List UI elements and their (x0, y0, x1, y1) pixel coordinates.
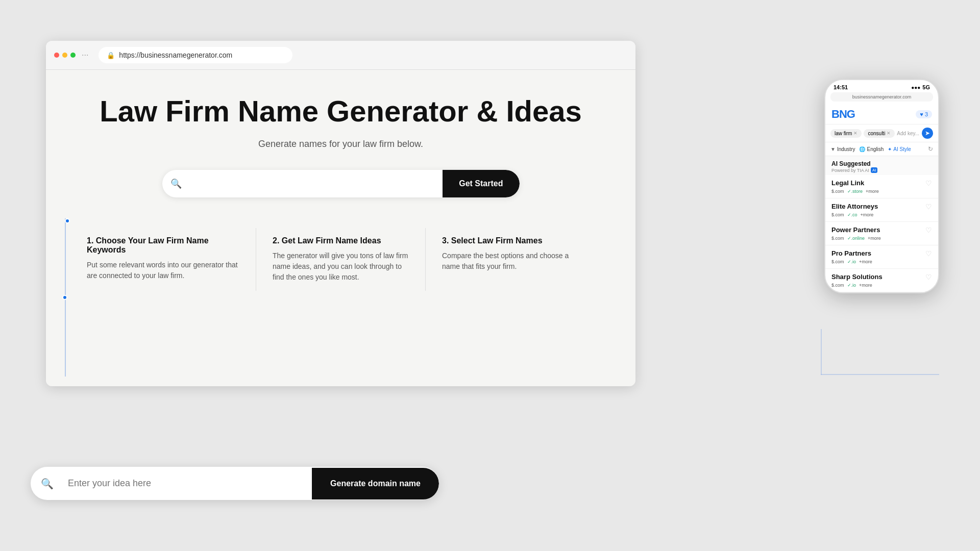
result-item-0: Legal Link$.com✓.store+more♡ (825, 175, 938, 198)
connector-line-h (821, 374, 939, 375)
favorite-icon[interactable]: ♡ (925, 226, 932, 234)
result-name: Pro Partners (831, 249, 872, 257)
phone-app-header: BNG ♥ 3 (825, 105, 938, 124)
phone-mockup: 14:51 ●●● 5G businessnamegenerator.com B… (824, 79, 939, 293)
bottom-search-bar: 🔍 Generate domain name (31, 467, 439, 500)
domain-label[interactable]: $.com (831, 283, 844, 288)
results-list: Legal Link$.com✓.store+more♡Elite Attorn… (825, 175, 938, 292)
favorite-icon[interactable]: ♡ (925, 179, 932, 187)
remove-keyword-lawfirm[interactable]: ✕ (853, 131, 857, 136)
refresh-results-icon[interactable]: ↻ (928, 145, 933, 153)
close-window-button[interactable] (54, 53, 59, 58)
result-item-4: Sharp Solutions$.com✓.io+more♡ (825, 269, 938, 292)
submit-keywords-button[interactable]: ➤ (922, 128, 933, 139)
add-keyword-input[interactable]: Add key... (897, 131, 919, 136)
result-domains: $.com✓.online+more (831, 236, 881, 241)
bng-logo: BNG (831, 108, 855, 121)
result-info: Sharp Solutions$.com✓.io+more (831, 273, 883, 288)
globe-icon: 🌐 (859, 146, 865, 152)
heart-icon: ♥ (920, 111, 923, 117)
phone-status-bar: 14:51 ●●● 5G (825, 80, 938, 92)
step-2-desc: The generator will give you tons of law … (273, 251, 409, 283)
result-info: Power Partners$.com✓.online+more (831, 226, 881, 241)
domain-label[interactable]: +more (866, 189, 879, 194)
domain-label[interactable]: +more (859, 259, 872, 264)
step-1-desc: Put some relevant words into our generat… (87, 260, 239, 281)
filter-icon: ▼ (830, 146, 836, 152)
remove-keyword-consulti[interactable]: ✕ (887, 131, 891, 136)
result-name: Power Partners (831, 226, 881, 234)
page-subtitle: Generate names for your law firm below. (87, 139, 595, 149)
domain-label[interactable]: ✓.store (847, 189, 863, 194)
domain-label[interactable]: ✓.online (847, 236, 865, 241)
keyword-search-input[interactable] (190, 170, 443, 197)
selection-handle-tl[interactable] (65, 218, 70, 223)
ai-suggested-title: AI Suggested (831, 160, 932, 167)
domain-label[interactable]: $.com (831, 259, 844, 264)
steps-section: 1. Choose Your Law Firm Name Keywords Pu… (87, 228, 595, 291)
phone-keywords-row: law firm ✕ consulti ✕ Add key... ➤ (825, 124, 938, 142)
ai-suggested-section: AI Suggested Powered by TIA AI AI (825, 156, 938, 175)
browser-topbar: ··· 🔒 https://businessnamegenerator.com (46, 41, 635, 70)
bottom-search-icon: 🔍 (31, 478, 64, 490)
favorites-badge[interactable]: ♥ 3 (916, 110, 932, 118)
domain-label[interactable]: +more (868, 236, 881, 241)
step-3: 3. Select Law Firm Names Compare the bes… (426, 228, 595, 291)
domain-label[interactable]: +more (861, 212, 874, 217)
filter-ai-style[interactable]: ✦ AI Style (888, 146, 911, 152)
ai-icon: ✦ (888, 146, 892, 152)
step-3-title: 3. Select Law Firm Names (442, 236, 578, 245)
browser-url: https://businessnamegenerator.com (119, 51, 232, 59)
domain-label[interactable]: $.com (831, 212, 844, 217)
phone-signal: ●●● 5G (911, 84, 930, 90)
tia-ai-icon: AI (871, 167, 878, 173)
get-started-button[interactable]: Get Started (443, 170, 519, 197)
domain-search-input[interactable] (64, 467, 312, 500)
favorite-icon[interactable]: ♡ (925, 273, 932, 281)
browser-content: Law Firm Name Generator & Ideas Generate… (46, 70, 635, 386)
favorite-icon[interactable]: ♡ (925, 249, 932, 258)
search-icon: 🔍 (162, 178, 190, 189)
filter-language[interactable]: 🌐 English (859, 146, 884, 152)
result-name: Elite Attorneys (831, 203, 878, 210)
result-name: Sharp Solutions (831, 273, 883, 281)
result-domains: $.com✓.io+more (831, 283, 883, 288)
phone-filters-row: ▼ Industry 🌐 English ✦ AI Style ↻ (825, 142, 938, 156)
browser-more-icon: ··· (82, 51, 88, 60)
step-2: 2. Get Law Firm Name Ideas The generator… (256, 228, 425, 291)
result-name: Legal Link (831, 179, 879, 187)
selection-handle-ml[interactable] (62, 295, 67, 300)
browser-window: ··· 🔒 https://businessnamegenerator.com … (46, 41, 635, 386)
domain-label[interactable]: ✓.co (847, 212, 857, 217)
result-info: Pro Partners$.com✓.io+more (831, 249, 872, 264)
browser-window-controls (54, 53, 76, 58)
phone-url: businessnamegenerator.com (852, 94, 912, 99)
result-domains: $.com✓.co+more (831, 212, 878, 217)
step-3-desc: Compare the best options and choose a na… (442, 251, 578, 272)
keyword-tag-consulti[interactable]: consulti ✕ (864, 129, 895, 138)
step-2-title: 2. Get Law Firm Name Ideas (273, 236, 409, 245)
step-1: 1. Choose Your Law Firm Name Keywords Pu… (87, 228, 256, 291)
ai-powered-label: Powered by TIA AI AI (831, 167, 932, 173)
domain-label[interactable]: ✓.io (847, 283, 856, 288)
generate-domain-button[interactable]: Generate domain name (312, 468, 439, 499)
lock-icon: 🔒 (107, 52, 115, 59)
filter-industry[interactable]: ▼ Industry (830, 146, 855, 152)
favorite-icon[interactable]: ♡ (925, 203, 932, 211)
minimize-window-button[interactable] (62, 53, 67, 58)
maximize-window-button[interactable] (70, 53, 76, 58)
phone-url-bar[interactable]: businessnamegenerator.com (830, 92, 933, 102)
domain-label[interactable]: $.com (831, 189, 844, 194)
connector-line (821, 329, 822, 375)
page-title: Law Firm Name Generator & Ideas (87, 94, 595, 129)
browser-url-bar[interactable]: 🔒 https://businessnamegenerator.com (99, 47, 292, 63)
result-item-2: Power Partners$.com✓.online+more♡ (825, 222, 938, 245)
favorites-count: 3 (925, 111, 928, 117)
step-1-title: 1. Choose Your Law Firm Name Keywords (87, 236, 239, 255)
domain-label[interactable]: ✓.io (847, 259, 856, 264)
keyword-tag-lawfirm[interactable]: law firm ✕ (830, 129, 862, 138)
result-domains: $.com✓.store+more (831, 189, 879, 194)
result-item-3: Pro Partners$.com✓.io+more♡ (825, 245, 938, 269)
domain-label[interactable]: +more (859, 283, 872, 288)
domain-label[interactable]: $.com (831, 236, 844, 241)
